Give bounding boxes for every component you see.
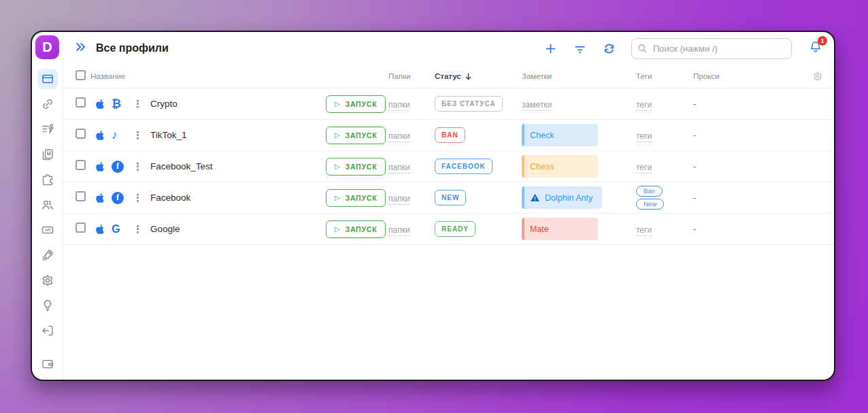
table-header: Название Папки Статус Заметки Теги Прокс… [63,65,834,88]
tiktok-icon: ♪ [112,129,118,141]
status-badge[interactable]: БЕЗ СТАТУСА [435,96,503,112]
row-menu-icon[interactable]: ⋮ [133,192,143,203]
warning-triangle-icon [530,193,540,203]
sidebar-item-proxy-link[interactable] [37,94,58,114]
sidebar-item-browser-profiles[interactable] [37,69,58,89]
ideas-icon [41,299,54,312]
topbar: Все профили [63,32,834,65]
profile-name: Crypto [150,99,326,109]
note-chip[interactable]: Mate [522,218,598,240]
tags-link[interactable]: теги [636,131,652,142]
note-chip[interactable]: Chess [522,155,598,178]
column-status-sort[interactable]: Статус [435,72,522,81]
sidebar-item-team[interactable] [37,195,58,215]
bitcoin-icon: ₿ [112,98,121,110]
desktop-background: D API Все профили [0,0,868,413]
sidebar-item-rocket[interactable] [37,245,58,265]
apple-icon [95,99,105,110]
profiles-table-body: ₿⋮Crypto▷ЗАПУСКпапкиБЕЗ СТАТУСАзаметките… [63,88,834,245]
profile-name: TikTok_1 [150,130,326,140]
apple-icon [95,224,105,235]
profile-name: Google [150,224,326,234]
app-logo-letter: D [42,39,52,55]
note-chip[interactable]: Check [522,124,598,146]
folders-link[interactable]: папки [388,100,410,111]
api-icon: API [41,223,54,237]
column-proxy: Прокси [693,72,804,80]
tag-badge[interactable]: Ban [636,186,663,197]
facebook-icon: f [112,192,124,204]
status-badge[interactable]: BAN [435,127,465,143]
row-menu-icon[interactable]: ⋮ [133,98,143,110]
facebook-icon: f [112,161,124,173]
table-row: ₿⋮Crypto▷ЗАПУСКпапкиБЕЗ СТАТУСАзаметките… [63,88,834,119]
sidebar-item-wallet[interactable] [37,354,58,374]
row-checkbox[interactable] [76,222,86,233]
table-row: ♪⋮TikTok_1▷ЗАПУСКпапкиBANCheckтеги- [63,119,834,150]
row-checkbox[interactable] [76,191,86,201]
sidebar-item-ideas[interactable] [37,295,58,316]
tags-link[interactable]: теги [636,100,652,111]
apple-icon [95,161,105,172]
sidebar-nav: API [32,69,63,374]
sidebar-item-logout[interactable] [37,320,58,341]
wallet-icon [41,357,54,371]
folders-link[interactable]: папки [388,194,410,205]
folders-link[interactable]: папки [388,163,410,174]
launch-button[interactable]: ▷ЗАПУСК [326,220,386,238]
notifications-bell-icon[interactable]: 1 [808,39,823,57]
apple-icon [95,130,105,141]
row-menu-icon[interactable]: ⋮ [133,129,143,141]
add-profile-icon[interactable] [544,42,558,56]
row-checkbox[interactable] [76,160,86,170]
folders-link[interactable]: папки [388,131,410,142]
page-title: Все профили [96,42,169,54]
google-icon: G [112,224,120,235]
settings-icon [41,274,54,287]
launch-button[interactable]: ▷ЗАПУСК [326,189,386,207]
topbar-actions: 1 [544,38,823,59]
launch-button[interactable]: ▷ЗАПУСК [326,158,386,176]
apple-icon [95,193,105,203]
table-row: G⋮Google▷ЗАПУСКпапкиREADYMateтеги- [63,213,834,244]
status-badge[interactable]: NEW [435,190,466,205]
search-input[interactable] [631,38,792,59]
column-notes: Заметки [522,72,636,80]
status-badge[interactable]: FACEBOOK [435,159,493,174]
sidebar-item-settings[interactable] [37,270,58,291]
sidebar-item-extensions[interactable] [37,169,58,190]
tags-link[interactable]: теги [636,225,652,236]
sidebar-item-bookmarks[interactable] [37,144,58,165]
table-row: f⋮Facebook_Test▷ЗАПУСКпапкиFACEBOOKChess… [63,150,834,182]
row-menu-icon[interactable]: ⋮ [133,223,143,235]
automation-icon [41,122,54,136]
app-window: D API Все профили [31,31,835,381]
tag-badge[interactable]: New [636,199,664,210]
refresh-icon[interactable] [602,42,616,56]
row-menu-icon[interactable]: ⋮ [133,161,143,172]
app-logo[interactable]: D [35,35,59,59]
tags-link[interactable]: теги [636,163,652,174]
proxy-value: - [693,130,804,140]
filter-icon[interactable] [573,42,587,56]
profile-name: Facebook [150,193,326,203]
table-settings-gear-icon[interactable] [804,71,834,82]
row-checkbox[interactable] [76,129,86,139]
note-chip[interactable]: Dolphin Anty [522,186,602,209]
rocket-icon [41,248,54,262]
select-all-checkbox[interactable] [76,70,86,80]
notes-link[interactable]: заметки [522,100,552,111]
sidebar-item-api[interactable]: API [37,220,58,240]
search-icon [637,43,648,54]
proxy-value: - [693,161,804,171]
launch-button[interactable]: ▷ЗАПУСК [326,127,386,144]
row-checkbox[interactable] [76,97,86,108]
launch-button[interactable]: ▷ЗАПУСК [326,95,386,113]
status-badge[interactable]: READY [435,221,475,237]
proxy-value: - [693,99,804,109]
column-folders: Папки [388,72,435,80]
sidebar-item-automation[interactable] [37,119,58,139]
folders-link[interactable]: папки [388,225,410,236]
expand-sidebar-icon[interactable] [74,40,88,56]
proxy-value: - [693,224,804,234]
